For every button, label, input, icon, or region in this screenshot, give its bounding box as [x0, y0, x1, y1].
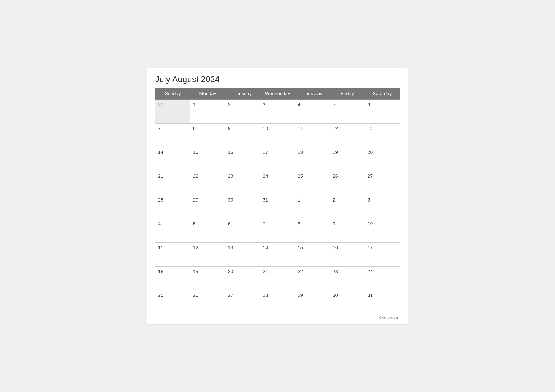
- day-cell[interactable]: 13: [225, 242, 260, 266]
- day-cell[interactable]: 7: [260, 219, 295, 242]
- week-row-7: 18192021222324: [155, 266, 400, 290]
- day-cell[interactable]: 3: [365, 195, 400, 219]
- day-cell[interactable]: 9: [330, 219, 365, 242]
- day-cell[interactable]: 21: [260, 266, 295, 290]
- day-cell[interactable]: 2: [330, 195, 365, 219]
- day-cell[interactable]: 19: [330, 147, 365, 171]
- day-cell[interactable]: 7: [155, 123, 190, 147]
- day-cell[interactable]: 20: [225, 266, 260, 290]
- day-cell[interactable]: 8: [295, 219, 330, 242]
- day-cell[interactable]: 12: [330, 123, 365, 147]
- day-cell[interactable]: 8: [190, 123, 225, 147]
- header-cell-tuesday: Tuesday: [225, 87, 260, 100]
- day-cell[interactable]: 15: [190, 147, 225, 171]
- week-row-3: 21222324252627: [155, 171, 400, 195]
- day-cell[interactable]: 13: [365, 123, 400, 147]
- header-cell-wednesday: Wednesday: [260, 87, 295, 100]
- day-cell[interactable]: 6: [225, 219, 260, 242]
- day-cell[interactable]: 22: [295, 266, 330, 290]
- week-row-5: 45678910: [155, 219, 400, 242]
- calendar-table: SundayMondayTuesdayWednesdayThursdayFrid…: [155, 87, 400, 314]
- day-cell[interactable]: 5: [330, 100, 365, 123]
- day-cell[interactable]: 29: [295, 290, 330, 314]
- calendar-body: 3012345678910111213141516171819202122232…: [155, 100, 400, 314]
- day-cell[interactable]: 17: [260, 147, 295, 171]
- day-cell[interactable]: 22: [190, 171, 225, 195]
- day-cell[interactable]: 21: [155, 171, 190, 195]
- day-cell[interactable]: 16: [330, 242, 365, 266]
- day-cell[interactable]: 16: [225, 147, 260, 171]
- calendar-title: July August 2024: [155, 75, 400, 84]
- day-cell[interactable]: 24: [365, 266, 400, 290]
- day-cell[interactable]: 24: [260, 171, 295, 195]
- day-cell[interactable]: 25: [155, 290, 190, 314]
- calendar-header: SundayMondayTuesdayWednesdayThursdayFrid…: [155, 87, 400, 100]
- day-cell[interactable]: 3: [260, 100, 295, 123]
- day-cell[interactable]: 20: [365, 147, 400, 171]
- header-cell-saturday: Saturday: [365, 87, 400, 100]
- header-row: SundayMondayTuesdayWednesdayThursdayFrid…: [155, 87, 400, 100]
- day-cell[interactable]: 23: [225, 171, 260, 195]
- day-cell[interactable]: 31: [260, 195, 295, 219]
- week-row-6: 11121314151617: [155, 242, 400, 266]
- week-row-8: 25262728293031: [155, 290, 400, 314]
- header-cell-friday: Friday: [330, 87, 365, 100]
- day-cell[interactable]: 30: [225, 195, 260, 219]
- day-cell[interactable]: 5: [190, 219, 225, 242]
- day-cell[interactable]: 28: [260, 290, 295, 314]
- day-cell[interactable]: 14: [155, 147, 190, 171]
- day-cell[interactable]: 2: [225, 100, 260, 123]
- day-cell[interactable]: 10: [365, 219, 400, 242]
- day-cell[interactable]: 6: [365, 100, 400, 123]
- day-cell[interactable]: 27: [365, 171, 400, 195]
- day-cell[interactable]: 31: [365, 290, 400, 314]
- day-cell[interactable]: 1: [190, 100, 225, 123]
- day-cell[interactable]: 14: [260, 242, 295, 266]
- day-cell[interactable]: 26: [330, 171, 365, 195]
- day-cell[interactable]: 12: [190, 242, 225, 266]
- day-cell[interactable]: 18: [155, 266, 190, 290]
- day-cell[interactable]: 4: [155, 219, 190, 242]
- header-cell-monday: Monday: [190, 87, 225, 100]
- week-row-1: 78910111213: [155, 123, 400, 147]
- day-cell[interactable]: 23: [330, 266, 365, 290]
- day-cell[interactable]: 11: [295, 123, 330, 147]
- day-cell[interactable]: 26: [190, 290, 225, 314]
- watermark: iCalendars.net: [155, 315, 400, 319]
- calendar-container: July August 2024 SundayMondayTuesdayWedn…: [147, 68, 408, 324]
- day-cell[interactable]: 30: [330, 290, 365, 314]
- day-cell[interactable]: 28: [155, 195, 190, 219]
- header-cell-thursday: Thursday: [295, 87, 330, 100]
- header-cell-sunday: Sunday: [155, 87, 190, 100]
- day-cell[interactable]: 27: [225, 290, 260, 314]
- day-cell[interactable]: 4: [295, 100, 330, 123]
- day-cell[interactable]: 29: [190, 195, 225, 219]
- day-cell[interactable]: 25: [295, 171, 330, 195]
- day-cell[interactable]: 11: [155, 242, 190, 266]
- day-cell[interactable]: 17: [365, 242, 400, 266]
- day-cell[interactable]: 10: [260, 123, 295, 147]
- day-cell[interactable]: 9: [225, 123, 260, 147]
- day-cell[interactable]: 15: [295, 242, 330, 266]
- week-row-2: 14151617181920: [155, 147, 400, 171]
- day-cell[interactable]: 1: [295, 195, 330, 219]
- week-row-4: 28293031123: [155, 195, 400, 219]
- week-row-0: 30123456: [155, 100, 400, 123]
- day-cell[interactable]: 30: [155, 100, 190, 123]
- day-cell[interactable]: 18: [295, 147, 330, 171]
- day-cell[interactable]: 19: [190, 266, 225, 290]
